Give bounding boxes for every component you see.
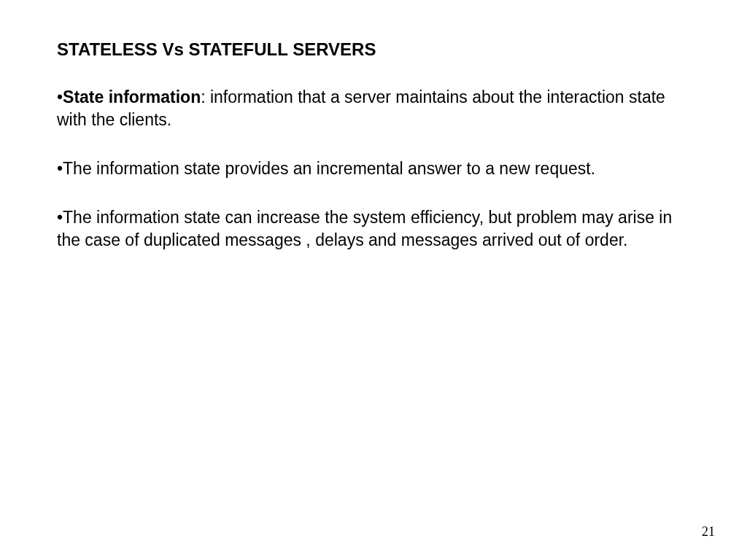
slide-title: STATELESS Vs STATEFULL SERVERS [57, 39, 690, 60]
page-number: 21 [702, 524, 715, 540]
bullet-text-2: The information state provides an increm… [63, 159, 595, 178]
bullet-text-3: The information state can increase the s… [57, 208, 672, 249]
bullet-item-3: •The information state can increase the … [57, 206, 690, 252]
bullet-item-1: •State information: information that a s… [57, 86, 690, 131]
bullet-item-2: •The information state provides an incre… [57, 158, 690, 180]
bullet-label-1: State information [63, 88, 201, 106]
